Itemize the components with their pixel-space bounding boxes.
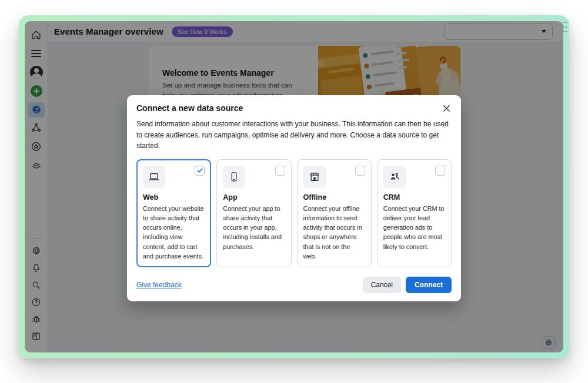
- modal-description: Send information about customer interact…: [136, 119, 452, 152]
- laptop-icon: [143, 166, 165, 188]
- cancel-button[interactable]: Cancel: [363, 277, 401, 293]
- card-description: Connect your app to share activity that …: [223, 204, 285, 251]
- web-checkbox[interactable]: [195, 166, 205, 176]
- card-description: Connect your website to share activity t…: [143, 204, 205, 261]
- mobile-phone-icon: [223, 166, 245, 188]
- give-feedback-link[interactable]: Give feedback: [136, 281, 182, 289]
- modal-close-button[interactable]: [442, 103, 452, 113]
- card-title: Web: [143, 193, 205, 201]
- modal-title: Connect a new data source: [136, 103, 243, 113]
- screenshot-frame: Events Manager overview See How It Works…: [19, 15, 569, 358]
- card-description: Connect your offline information to send…: [303, 204, 365, 261]
- connect-data-source-modal: Connect a new data source Send informati…: [127, 95, 461, 301]
- connect-button[interactable]: Connect: [406, 277, 452, 293]
- frame-drag-handle[interactable]: [563, 20, 567, 34]
- people-icon: [383, 166, 406, 188]
- close-icon: [443, 105, 450, 112]
- card-description: Connect your CRM to deliver your lead ge…: [383, 204, 445, 251]
- app-checkbox[interactable]: [275, 166, 285, 176]
- storefront-icon: [303, 166, 326, 188]
- data-source-cards: Web Connect your website to share activi…: [136, 159, 452, 267]
- data-source-card-offline[interactable]: Offline Connect your offline information…: [297, 159, 372, 267]
- crm-checkbox[interactable]: [435, 166, 445, 176]
- data-source-card-crm[interactable]: CRM Connect your CRM to deliver your lea…: [377, 159, 452, 267]
- events-manager-app: Events Manager overview See How It Works…: [25, 21, 563, 352]
- card-title: CRM: [383, 193, 445, 201]
- offline-checkbox[interactable]: [355, 166, 365, 176]
- card-title: Offline: [303, 193, 365, 201]
- data-source-card-web[interactable]: Web Connect your website to share activi…: [136, 159, 211, 267]
- card-title: App: [223, 193, 285, 201]
- data-source-card-app[interactable]: App Connect your app to share activity t…: [216, 159, 291, 267]
